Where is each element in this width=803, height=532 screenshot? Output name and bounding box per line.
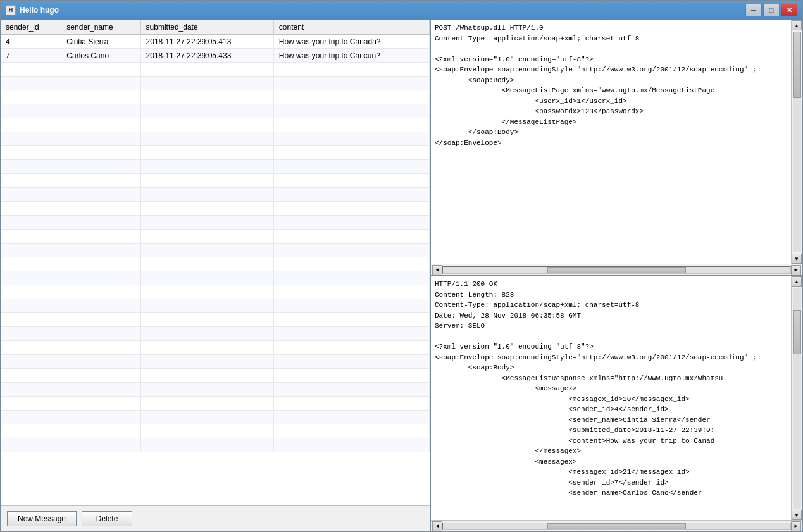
table-row[interactable]	[1, 146, 430, 160]
col-sender-name: sender_name	[61, 20, 140, 35]
response-scrollbar-y[interactable]: ▲ ▼	[791, 276, 802, 520]
cell-empty	[273, 77, 429, 90]
table-row[interactable]	[1, 216, 430, 230]
cell-empty	[273, 327, 429, 341]
cell-empty	[140, 424, 273, 438]
table-row[interactable]	[1, 313, 430, 327]
cell-empty	[1, 285, 61, 299]
cell-empty	[1, 202, 61, 216]
table-row[interactable]	[1, 383, 430, 397]
cell-empty	[273, 285, 429, 299]
table-row[interactable]	[1, 355, 430, 369]
cell-empty	[1, 355, 61, 369]
scroll-x-track	[442, 266, 791, 274]
table-row[interactable]	[1, 63, 430, 77]
cell-empty	[1, 118, 61, 132]
request-content-row: POST /Whatsup.dll HTTP/1.0 Content-Type:…	[431, 20, 802, 264]
table-row[interactable]	[1, 230, 430, 244]
minimize-button[interactable]: ─	[745, 4, 762, 16]
cell-empty	[61, 63, 140, 77]
cell-empty	[273, 160, 429, 174]
cell-empty	[61, 424, 140, 438]
col-sender-id: sender_id	[1, 20, 61, 35]
cell-empty	[1, 188, 61, 202]
scroll-up-arrow[interactable]: ▲	[792, 20, 802, 30]
scroll-thumb[interactable]	[793, 32, 801, 98]
scroll-down-arrow2[interactable]: ▼	[792, 510, 802, 520]
scroll-left-arrow[interactable]: ◄	[432, 265, 442, 275]
cell-empty	[140, 355, 273, 369]
table-row[interactable]	[1, 271, 430, 285]
table-row[interactable]	[1, 202, 430, 216]
scroll-up-arrow2[interactable]: ▲	[792, 276, 802, 287]
maximize-button[interactable]: □	[763, 4, 780, 16]
window-icon: H	[6, 5, 16, 15]
table-row[interactable]	[1, 411, 430, 424]
cell-sender_name: Carlos Cano	[61, 49, 140, 63]
table-row[interactable]	[1, 397, 430, 411]
table-row[interactable]	[1, 299, 430, 313]
new-message-button[interactable]: New Message	[7, 511, 77, 526]
table-row[interactable]	[1, 132, 430, 146]
table-row[interactable]	[1, 438, 430, 452]
cell-empty	[140, 90, 273, 104]
cell-empty	[273, 355, 429, 369]
table-row[interactable]	[1, 90, 430, 104]
cell-empty	[140, 285, 273, 299]
response-content-wrapper: HTTP/1.1 200 OK Content-Length: 828 Cont…	[431, 276, 802, 531]
table-row[interactable]	[1, 257, 430, 271]
title-bar: H Hello hugo ─ □ ✕	[1, 1, 802, 20]
table-row[interactable]	[1, 77, 430, 90]
scroll-left-arrow2[interactable]: ◄	[432, 521, 442, 531]
cell-empty	[273, 299, 429, 313]
request-scrollbar-y[interactable]: ▲ ▼	[791, 20, 802, 264]
cell-empty	[61, 90, 140, 104]
scroll-thumb2[interactable]	[793, 310, 801, 354]
table-row[interactable]	[1, 369, 430, 383]
cell-empty	[1, 369, 61, 383]
main-window: H Hello hugo ─ □ ✕ sender_id sender_name…	[0, 0, 803, 532]
cell-empty	[140, 383, 273, 397]
table-row[interactable]	[1, 285, 430, 299]
cell-empty	[61, 118, 140, 132]
cell-empty	[61, 132, 140, 146]
table-row[interactable]	[1, 104, 430, 118]
cell-empty	[1, 438, 61, 452]
cell-empty	[1, 90, 61, 104]
cell-empty	[1, 77, 61, 90]
cell-empty	[273, 244, 429, 257]
cell-empty	[61, 257, 140, 271]
delete-button[interactable]: Delete	[82, 511, 132, 526]
scroll-x-thumb2[interactable]	[547, 523, 687, 529]
scroll-right-arrow2[interactable]: ►	[791, 521, 801, 531]
cell-empty	[61, 327, 140, 341]
close-button[interactable]: ✕	[781, 4, 797, 16]
cell-empty	[273, 230, 429, 244]
table-row[interactable]: 7Carlos Cano2018-11-27 22:39:05.433How w…	[1, 49, 430, 63]
col-content: content	[273, 20, 429, 35]
table-row[interactable]	[1, 341, 430, 355]
response-scrollbar-x[interactable]: ◄ ►	[431, 520, 802, 531]
table-row[interactable]	[1, 244, 430, 257]
scroll-x-thumb[interactable]	[547, 267, 687, 273]
cell-empty	[1, 313, 61, 327]
table-row[interactable]	[1, 188, 430, 202]
cell-empty	[1, 230, 61, 244]
scroll-right-arrow[interactable]: ►	[791, 265, 801, 275]
cell-empty	[140, 188, 273, 202]
table-row[interactable]	[1, 118, 430, 132]
cell-empty	[140, 438, 273, 452]
table-row[interactable]	[1, 424, 430, 438]
cell-empty	[61, 299, 140, 313]
cell-empty	[140, 63, 273, 77]
cell-empty	[1, 424, 61, 438]
scroll-down-arrow[interactable]: ▼	[792, 254, 802, 264]
request-scrollbar-x[interactable]: ◄ ►	[431, 264, 802, 275]
cell-empty	[140, 160, 273, 174]
cell-empty	[1, 174, 61, 188]
table-row[interactable]: 4Cintia Sierra2018-11-27 22:39:05.413How…	[1, 35, 430, 49]
cell-empty	[273, 216, 429, 230]
table-row[interactable]	[1, 160, 430, 174]
table-row[interactable]	[1, 174, 430, 188]
table-row[interactable]	[1, 327, 430, 341]
